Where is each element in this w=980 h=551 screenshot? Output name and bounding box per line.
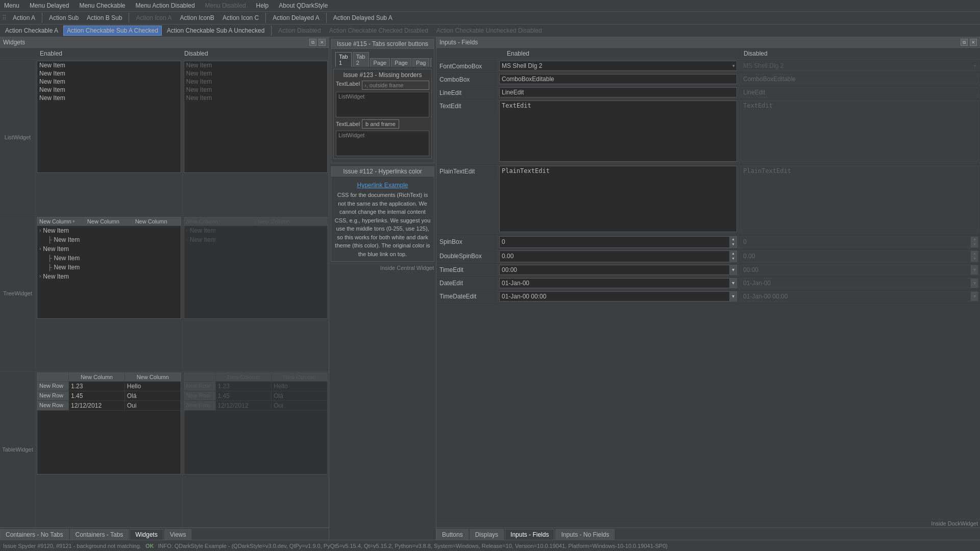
action-a-button[interactable]: Action A <box>10 13 38 22</box>
table-cell[interactable]: 1.23 <box>69 382 125 391</box>
spinbox-row: SpinBox ▲ ▼ <box>436 235 980 249</box>
tab-containers-no-tabs[interactable]: Containers - No Tabs <box>0 529 69 540</box>
tab-pag[interactable]: Pag <box>412 58 430 67</box>
menu-checkable[interactable]: Menu Checkable <box>77 1 127 10</box>
list-item[interactable]: New Item <box>37 78 181 86</box>
action-b-sub-button[interactable]: Action B Sub <box>84 13 125 22</box>
menu-about[interactable]: About QDarkStyle <box>277 1 330 10</box>
table-cell[interactable]: Olá <box>125 391 181 400</box>
list-item-disabled: New Item <box>184 86 328 94</box>
plaintextedit-enabled[interactable]: PlainTextEdit <box>498 165 739 235</box>
plaintextedit-textarea[interactable]: PlainTextEdit <box>499 166 737 232</box>
timedateedit-enabled[interactable]: ▾ <box>498 290 739 303</box>
doublespinbox-enabled[interactable]: ▲ ▼ <box>498 249 739 263</box>
combobox-enabled[interactable] <box>498 73 739 86</box>
tree-item[interactable]: ›New Item <box>37 226 181 235</box>
tree-col-header[interactable]: New Column <box>85 217 133 226</box>
action-icon-c-button[interactable]: Action Icon C <box>219 13 262 22</box>
widgets-close-button[interactable]: ✕ <box>318 39 326 46</box>
fontcombobox-select[interactable]: MS Shell Dlg 2 <box>499 61 737 71</box>
inputs-panel-titlebar: Inputs - Fields ⧉ ✕ <box>436 37 980 48</box>
doublespinbox-down-button[interactable]: ▼ <box>729 256 737 261</box>
fontcombobox-enabled[interactable]: MS Shell Dlg 2 ▾ <box>498 60 739 72</box>
textedit-textarea[interactable]: TextEdit <box>499 101 737 162</box>
inputs-float-button[interactable]: ⧉ <box>961 39 968 46</box>
combobox-input-disabled <box>741 74 978 84</box>
table-cell[interactable]: Oui <box>125 401 181 410</box>
lineedit-row: LineEdit <box>436 86 980 99</box>
timedateedit-calendar-button[interactable]: ▾ <box>729 292 737 301</box>
table-col-header[interactable]: New Column <box>125 373 181 381</box>
tree-col-header[interactable]: New Column <box>133 217 181 226</box>
menu-delayed[interactable]: Menu Delayed <box>28 1 71 10</box>
timeedit-spin-button-disabled: ▾ <box>971 265 978 274</box>
issue-112-title: Issue #112 - Hyperlinks color <box>331 167 434 177</box>
spinbox-enabled[interactable]: ▲ ▼ <box>498 235 739 249</box>
hyperlink-example[interactable]: Hyperlink Example <box>334 182 431 189</box>
tree-item[interactable]: ├New Item <box>37 254 181 263</box>
menu-menu[interactable]: Menu <box>2 1 21 10</box>
action-sub-button[interactable]: Action Sub <box>46 13 82 22</box>
doublespinbox-input[interactable] <box>500 251 729 262</box>
combobox-input[interactable] <box>499 74 737 84</box>
inputs-close-button[interactable]: ✕ <box>970 39 977 46</box>
spinbox-up-button[interactable]: ▲ <box>729 237 737 242</box>
dateedit-enabled[interactable]: ▾ <box>498 277 739 290</box>
action-delayed-sub-a-button[interactable]: Action Delayed Sub A <box>330 13 396 22</box>
dateedit-row: DateEdit ▾ ▾ <box>436 277 980 290</box>
widgets-panel-titlebar: Widgets ⧉ ✕ <box>0 37 329 48</box>
timeedit-input[interactable] <box>500 265 729 274</box>
list-item[interactable]: New Item <box>37 61 181 69</box>
mini-listwidget-1: ListWidget <box>336 92 429 117</box>
tab-views[interactable]: Views <box>164 529 192 540</box>
tab-inputs-no-fields[interactable]: Inputs - No Fields <box>555 529 615 540</box>
tree-item[interactable]: ›New Item <box>37 272 181 281</box>
tab-tab2[interactable]: Tab 2 <box>353 52 369 67</box>
doublespinbox-up-button[interactable]: ▲ <box>729 251 737 256</box>
table-cell[interactable]: Hello <box>125 382 181 391</box>
tab-tab1[interactable]: Tab 1 <box>335 52 352 67</box>
list-item-disabled: New Item <box>184 78 328 86</box>
table-cell[interactable]: 12/12/2012 <box>69 401 125 410</box>
list-item[interactable]: New Item <box>37 69 181 78</box>
spinbox-input[interactable] <box>500 237 729 247</box>
tab-displays[interactable]: Displays <box>470 529 504 540</box>
action-checkable-sub-a-unchecked-button[interactable]: Action Checkable Sub A Unchecked <box>164 26 267 35</box>
action-checkable-a-button[interactable]: Action Checkable A <box>2 26 61 35</box>
widgets-float-button[interactable]: ⧉ <box>309 39 316 46</box>
spinbox-up-button-disabled: ▲ <box>971 237 978 242</box>
listwidget-label: ListWidget <box>0 60 36 215</box>
action-delayed-a-button[interactable]: Action Delayed A <box>270 13 322 22</box>
tab-buttons[interactable]: Buttons <box>436 529 469 540</box>
timeedit-enabled[interactable]: ▾ <box>498 264 739 277</box>
tab-page2[interactable]: Page <box>391 58 411 67</box>
dateedit-calendar-button[interactable]: ▾ <box>729 279 737 288</box>
tab-scroll-right-button[interactable]: › <box>430 58 432 67</box>
timedateedit-input[interactable] <box>500 292 729 301</box>
plaintextedit-label: PlainTextEdit <box>436 165 498 177</box>
timeedit-spin-button[interactable]: ▾ <box>729 265 737 274</box>
tab-containers-tabs[interactable]: Containers - Tabs <box>70 529 129 540</box>
list-item[interactable]: New Item <box>37 86 181 94</box>
tab-inputs-fields[interactable]: Inputs - Fields <box>505 529 554 540</box>
tree-item[interactable]: ├New Item <box>37 235 181 244</box>
plaintextedit-disabled: PlainTextEdit <box>739 165 980 235</box>
table-cell[interactable]: 1.45 <box>69 391 125 400</box>
tree-item[interactable]: ├New Item <box>37 263 181 272</box>
lineedit-enabled[interactable] <box>498 86 739 99</box>
textedit-enabled[interactable]: TextEdit <box>498 99 739 164</box>
lineedit-input[interactable] <box>499 87 737 97</box>
table-col-header[interactable]: New Column <box>69 373 125 381</box>
dateedit-input[interactable] <box>500 279 729 288</box>
tree-item[interactable]: ›New Item <box>37 244 181 254</box>
tab-widgets[interactable]: Widgets <box>130 529 163 540</box>
menu-help[interactable]: Help <box>254 1 271 10</box>
menu-action-disabled[interactable]: Menu Action Disabled <box>133 1 197 10</box>
spinbox-down-button[interactable]: ▼ <box>729 242 737 247</box>
action-checkable-sub-a-checked-button[interactable]: Action Checkable Sub A Checked <box>63 26 162 36</box>
action-icon-b-button[interactable]: Action IconB <box>177 13 217 22</box>
tree-col-header[interactable]: New Column ▾ <box>37 217 85 226</box>
tab-page1[interactable]: Page <box>370 58 390 67</box>
list-item[interactable]: New Item <box>37 94 181 102</box>
status-issue-text: Issue Spyder #9120, #9121 - background n… <box>3 543 141 549</box>
